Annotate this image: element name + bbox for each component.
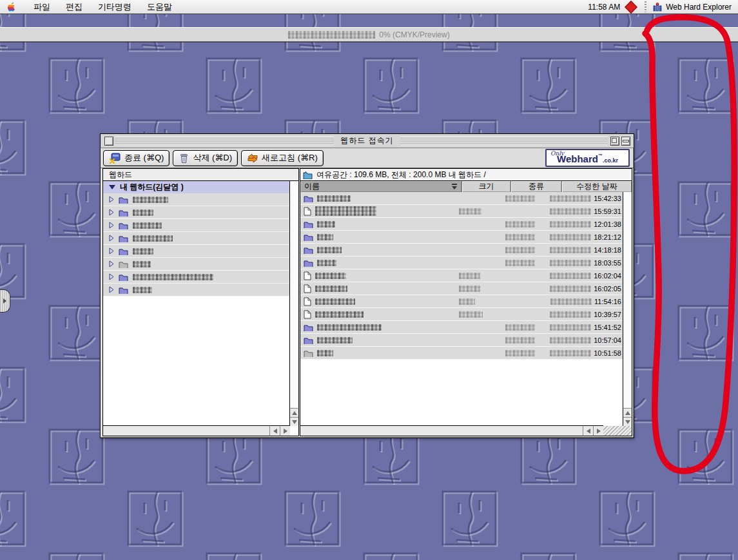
file-row[interactable]: 10:57:04 — [300, 334, 623, 347]
file-row[interactable]: 15:42:33 — [300, 192, 623, 205]
tree-item[interactable] — [103, 219, 290, 232]
menu-file[interactable]: 파일 — [26, 0, 58, 14]
folder-icon — [119, 209, 128, 217]
list-horizontal-scrollbar[interactable] — [300, 425, 603, 436]
column-header-size[interactable]: 크기 — [462, 181, 511, 192]
censored-file-name — [315, 273, 346, 279]
folder-gray-icon — [119, 260, 128, 268]
folder-icon — [304, 323, 313, 331]
application-menu[interactable]: Web Hard Explorer — [649, 3, 738, 12]
file-row[interactable]: 10:39:57 — [300, 308, 623, 321]
censored-file-name — [317, 234, 333, 240]
disclosure-closed-icon[interactable] — [109, 222, 114, 229]
censored-type — [505, 195, 535, 202]
app-name-label: Web Hard Explorer — [666, 3, 732, 12]
scroll-left-button[interactable] — [583, 426, 593, 436]
scroll-left-button[interactable] — [269, 426, 280, 436]
tree-horizontal-scrollbar[interactable] — [103, 425, 290, 436]
scroll-down-button[interactable] — [623, 417, 632, 426]
refresh-button-label: 새로고침 (⌘R) — [262, 152, 318, 164]
refresh-button[interactable]: 새로고침 (⌘R) — [241, 150, 324, 166]
delete-button[interactable]: 삭제 (⌘D) — [173, 150, 238, 166]
sort-indicator-icon — [451, 184, 458, 189]
scroll-right-button[interactable] — [593, 426, 603, 436]
censored-file-name — [315, 206, 376, 216]
column-header-name[interactable]: 이름 — [300, 181, 462, 192]
folder-icon — [119, 196, 128, 204]
column-header-modified[interactable]: 수정한 날짜 — [562, 181, 632, 192]
menu-help[interactable]: 도움말 — [139, 0, 180, 14]
folder-icon — [119, 222, 128, 229]
quit-button[interactable]: 종료 (⌘Q) — [103, 150, 170, 166]
quit-button-label: 종료 (⌘Q) — [124, 152, 164, 164]
tree-vertical-scrollbar[interactable] — [289, 181, 298, 426]
censored-date — [550, 247, 591, 253]
file-row[interactable]: 16:02:05 — [300, 282, 623, 295]
file-row[interactable]: 15:41:52 — [300, 321, 623, 334]
close-box[interactable] — [104, 137, 113, 146]
tree-item[interactable] — [103, 245, 290, 258]
menubar-clock[interactable]: 11:58 AM — [583, 3, 625, 12]
disclosure-closed-icon[interactable] — [109, 247, 114, 255]
scroll-up-button[interactable] — [623, 408, 632, 417]
scroll-down-button[interactable] — [290, 417, 298, 426]
tree-root-my-webhard[interactable]: 내 웹하드(김달엽 ) — [103, 181, 290, 193]
column-header-type[interactable]: 종류 — [511, 181, 562, 192]
tree-item[interactable] — [103, 206, 290, 219]
censored-file-name — [315, 285, 347, 292]
censored-date — [550, 285, 591, 292]
disclosure-closed-icon[interactable] — [109, 235, 114, 242]
scroll-up-button[interactable] — [290, 408, 298, 417]
tree-item[interactable] — [103, 284, 290, 296]
resize-grip[interactable] — [603, 426, 632, 436]
file-row[interactable]: 18:21:12 — [300, 231, 623, 244]
tree-item[interactable] — [103, 258, 290, 271]
disclosure-closed-icon[interactable] — [109, 260, 114, 267]
file-row[interactable]: 10:51:58 — [300, 347, 623, 360]
file-row[interactable]: 16:02:04 — [300, 269, 623, 282]
censored-date — [550, 260, 591, 266]
file-row[interactable]: 18:03:55 — [300, 256, 623, 269]
document-icon — [304, 207, 311, 216]
modified-time: 10:51:58 — [594, 349, 621, 357]
disclosure-closed-icon[interactable] — [109, 286, 114, 293]
zoom-box[interactable] — [610, 137, 619, 146]
censored-folder-name — [133, 197, 168, 203]
collapse-box[interactable] — [621, 137, 630, 146]
censored-folder-name — [133, 287, 152, 293]
apple-menu[interactable] — [8, 2, 17, 12]
exit-icon — [109, 153, 121, 164]
censored-date — [550, 350, 591, 356]
tree-item[interactable] — [103, 232, 290, 245]
tree-item[interactable] — [103, 193, 290, 206]
folder-icon — [304, 220, 313, 228]
collapsed-window-titlebar[interactable]: 0% (CMYK/Preview) — [0, 27, 738, 42]
censored-date — [550, 311, 591, 318]
file-row[interactable]: 14:18:18 — [300, 244, 623, 256]
modified-time: 15:41:52 — [594, 323, 621, 331]
tree-item[interactable] — [103, 271, 290, 284]
file-row[interactable]: 12:01:38 — [300, 218, 623, 231]
disclosure-closed-icon[interactable] — [109, 209, 114, 216]
red-diamond-status-icon[interactable] — [625, 1, 637, 14]
censored-date — [550, 234, 591, 240]
disclosure-closed-icon[interactable] — [109, 273, 114, 280]
censored-folder-name — [133, 222, 162, 229]
modified-time: 12:01:38 — [594, 220, 621, 228]
list-vertical-scrollbar[interactable] — [623, 192, 632, 426]
file-row[interactable]: 11:54:16 — [300, 295, 623, 308]
censored-type — [505, 324, 535, 331]
webhard-window: 웹하드 접속기 종료 (⌘Q) 삭제 (⌘D) 새로 — [100, 133, 634, 438]
folder-icon — [119, 273, 128, 281]
webhard-logo[interactable]: Only Webhard™.co.kr — [545, 149, 630, 167]
menu-edit[interactable]: 편집 — [58, 0, 90, 14]
disclosure-open-icon[interactable] — [109, 185, 115, 189]
window-titlebar[interactable]: 웹하드 접속기 — [101, 134, 634, 148]
modified-time: 10:39:57 — [594, 311, 621, 318]
control-strip-tab[interactable] — [0, 289, 10, 313]
file-row[interactable]: 15:59:31 — [300, 205, 623, 218]
disclosure-closed-icon[interactable] — [109, 196, 114, 203]
censored-file-name — [317, 247, 342, 253]
scroll-right-button[interactable] — [280, 426, 290, 436]
menu-commands[interactable]: 기타명령 — [90, 0, 139, 14]
